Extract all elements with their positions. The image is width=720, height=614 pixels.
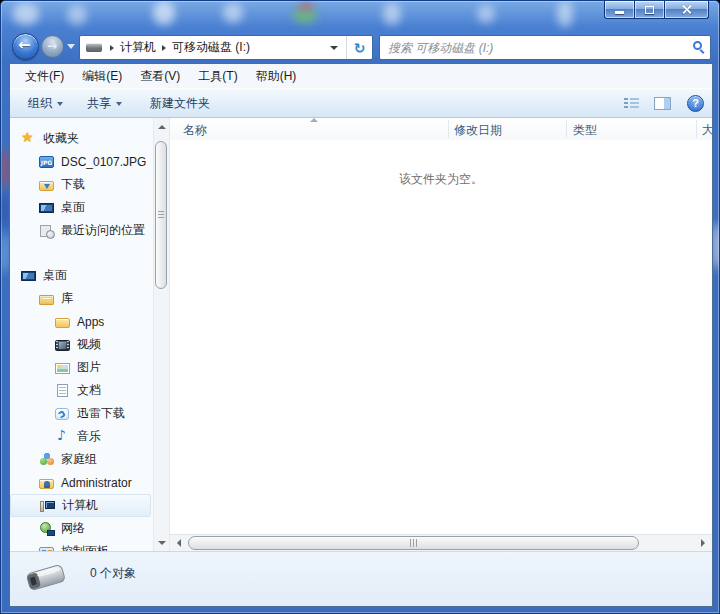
- sidebar-item-recent-places[interactable]: 最近访问的位置: [10, 219, 151, 242]
- star-icon: [21, 131, 37, 147]
- scroll-left-arrow-icon[interactable]: [170, 535, 188, 551]
- sidebar-item-label: Apps: [77, 315, 104, 329]
- sidebar-item-label: 家庭组: [61, 451, 97, 468]
- horizontal-scrollbar-thumb[interactable]: [188, 536, 639, 550]
- minimize-button[interactable]: [604, 1, 635, 19]
- column-header[interactable]: 类型: [573, 122, 597, 139]
- file-list-area: 名称修改日期类型大小 该文件夹为空。: [170, 118, 712, 551]
- column-separator[interactable]: [448, 120, 449, 138]
- sidebar-item-documents[interactable]: 文档: [10, 379, 151, 402]
- sidebar-item-music[interactable]: 音乐: [10, 425, 151, 448]
- sidebar-item-label: 桌面: [61, 199, 85, 216]
- sidebar-item-thunder-downloads[interactable]: 迅雷下载: [10, 402, 151, 425]
- thunder-icon: [55, 406, 71, 422]
- desktop-icon: [39, 200, 55, 216]
- pictures-icon: [55, 360, 71, 376]
- back-button[interactable]: [12, 33, 39, 60]
- network-icon: [39, 521, 55, 537]
- recent-pages-chevron-icon[interactable]: [67, 44, 75, 49]
- column-header-row: 名称修改日期类型大小: [170, 118, 712, 140]
- column-header[interactable]: 名称: [183, 122, 207, 139]
- menu-item[interactable]: 编辑(E): [73, 65, 131, 88]
- sort-ascending-icon: [310, 118, 318, 122]
- sidebar-item-favorites[interactable]: 收藏夹: [10, 127, 151, 150]
- forward-button[interactable]: [41, 35, 64, 58]
- empty-folder-message: 该文件夹为空。: [170, 171, 712, 188]
- sidebar-item-dsc-0107-jpg[interactable]: DSC_0107.JPG: [10, 150, 151, 173]
- close-button[interactable]: [664, 1, 709, 19]
- sidebar-item-label: DSC_0107.JPG: [61, 155, 146, 169]
- help-button[interactable]: ?: [687, 95, 704, 112]
- sidebar-item-label: 计算机: [62, 497, 98, 514]
- menu-item[interactable]: 查看(V): [131, 65, 189, 88]
- scroll-up-arrow-icon[interactable]: [154, 118, 169, 135]
- organize-button[interactable]: 组织: [28, 95, 63, 112]
- computer-icon: [40, 498, 56, 514]
- breadcrumb-separator-icon: [110, 45, 114, 51]
- sidebar-item-videos[interactable]: 视频: [10, 333, 151, 356]
- breadcrumb-item[interactable]: 计算机: [120, 39, 156, 56]
- sidebar-scrollbar-thumb[interactable]: [155, 141, 167, 289]
- sidebar-item-downloads[interactable]: 下载: [10, 173, 151, 196]
- column-separator[interactable]: [696, 120, 697, 138]
- sidebar-scrollbar[interactable]: [153, 118, 170, 551]
- sidebar-item-label: Administrator: [61, 476, 132, 490]
- chevron-down-icon: [116, 102, 122, 106]
- share-button[interactable]: 共享: [87, 95, 122, 112]
- address-bar[interactable]: 计算机可移动磁盘 (I:): [79, 35, 373, 60]
- client-area: 文件(F)编辑(E)查看(V)工具(T)帮助(H) 组织 共享 新建文件夹 ? …: [9, 63, 713, 607]
- preview-pane-button[interactable]: [654, 97, 671, 110]
- drive-icon: [86, 43, 102, 52]
- menu-item[interactable]: 帮助(H): [247, 65, 306, 88]
- new-folder-button[interactable]: 新建文件夹: [150, 95, 210, 112]
- scroll-down-arrow-icon[interactable]: [154, 534, 169, 551]
- address-dropdown-icon[interactable]: [330, 46, 338, 50]
- column-separator[interactable]: [566, 120, 567, 138]
- maximize-button[interactable]: [634, 1, 665, 19]
- sidebar-item-network[interactable]: 网络: [10, 517, 151, 540]
- desktop-icon: [21, 268, 37, 284]
- sidebar-item-label: 控制面板: [61, 543, 109, 551]
- menu-item[interactable]: 文件(F): [16, 65, 73, 88]
- close-icon: [681, 4, 692, 15]
- change-view-button[interactable]: [624, 97, 644, 109]
- maximize-icon: [645, 6, 654, 14]
- download-icon: [39, 177, 55, 193]
- sidebar-item-computer[interactable]: 计算机: [10, 494, 151, 517]
- navigation-pane: 收藏夹DSC_0107.JPG下载桌面最近访问的位置桌面库Apps视频图片文档迅…: [10, 118, 153, 551]
- libraries-icon: [39, 291, 55, 307]
- sidebar-item-libraries[interactable]: 库: [10, 287, 151, 310]
- sidebar-item-label: 最近访问的位置: [61, 222, 145, 239]
- folder-icon: [55, 314, 71, 330]
- usb-drive-icon: [22, 556, 70, 604]
- refresh-button[interactable]: [346, 36, 372, 59]
- sidebar-item-administrator[interactable]: Administrator: [10, 471, 151, 494]
- sidebar-item-apps[interactable]: Apps: [10, 310, 151, 333]
- sidebar-item-homegroup[interactable]: 家庭组: [10, 448, 151, 471]
- sidebar-item-label: 迅雷下载: [77, 405, 125, 422]
- sidebar-item-control-panel[interactable]: 控制面板: [10, 540, 151, 551]
- search-icon: [693, 41, 702, 50]
- organize-label: 组织: [28, 95, 52, 112]
- sidebar-item-label: 收藏夹: [43, 130, 79, 147]
- column-header[interactable]: 大小: [702, 122, 712, 139]
- horizontal-scrollbar[interactable]: [170, 534, 712, 551]
- sidebar-item-desktop-favorite[interactable]: 桌面: [10, 196, 151, 219]
- status-bar: 0 个对象: [10, 551, 712, 606]
- new-folder-label: 新建文件夹: [150, 95, 210, 112]
- column-header[interactable]: 修改日期: [454, 122, 502, 139]
- sidebar-item-pictures[interactable]: 图片: [10, 356, 151, 379]
- scroll-right-arrow-icon[interactable]: [694, 535, 712, 551]
- jpg-icon: [39, 154, 55, 170]
- views-icon: [624, 97, 639, 109]
- search-box: [379, 35, 711, 60]
- breadcrumb-separator-icon: [162, 45, 166, 51]
- videos-icon: [55, 337, 71, 353]
- sidebar-item-desktop[interactable]: 桌面: [10, 264, 151, 287]
- chevron-down-icon: [57, 102, 63, 106]
- minimize-icon: [615, 11, 624, 14]
- menu-item[interactable]: 工具(T): [189, 65, 246, 88]
- sidebar-item-label: 网络: [61, 520, 85, 537]
- breadcrumb-item[interactable]: 可移动磁盘 (I:): [172, 39, 250, 56]
- search-input[interactable]: [380, 36, 710, 59]
